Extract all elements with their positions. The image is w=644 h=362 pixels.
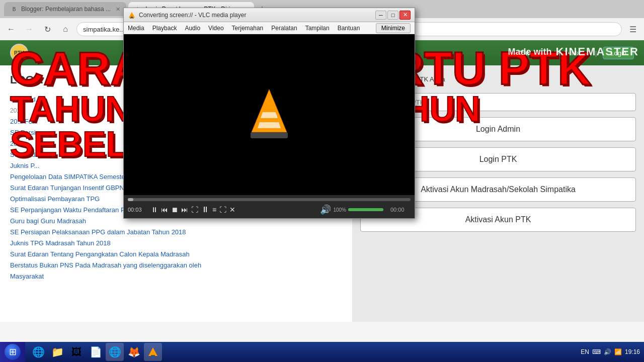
taskbar-apps: 🌐 📁 🖼 📄 🌐 🦊 (25, 343, 166, 361)
vlc-progress-bar[interactable] (128, 198, 411, 201)
vlc-prev-btn[interactable]: ⏮ (161, 206, 168, 213)
vlc-menu-video[interactable]: Video (208, 25, 223, 32)
back-button[interactable]: ← (4, 22, 18, 36)
keyboard-icon: ⌨ (592, 348, 601, 355)
forward-button[interactable]: → (22, 22, 36, 36)
vlc-controls-row: 00:03 ⏸ ⏮ ⏹ ⏭ ⛶ ⏸ ≡ ⛶ ✕ 🔊 100% 00:00 (128, 204, 411, 215)
vlc-menubar: Media Playback Audio Video Terjemahan Pe… (124, 22, 415, 34)
list-item: Juknis TPG Madrasah Tahun 2018 (10, 238, 342, 247)
vlc-video-area (124, 34, 415, 195)
tab-blogger[interactable]: B Blogger: Pembelajaran bahasa ... ✕ (4, 2, 126, 16)
vlc-icon (128, 11, 136, 19)
reload-button[interactable]: ↻ (40, 22, 54, 36)
tab-close-blogger[interactable]: ✕ (116, 6, 120, 13)
vlc-win-buttons: ─ □ ✕ (375, 11, 411, 20)
vlc-volume-fill (348, 208, 383, 211)
volume-icon: 🔊 (604, 348, 611, 355)
taskbar-app-word[interactable]: 📄 (87, 343, 105, 361)
taskbar-app-folder[interactable]: 📁 (48, 343, 66, 361)
start-orb: ⊞ (5, 344, 21, 360)
vlc-speaker-icon: 🔊 (320, 204, 331, 215)
taskbar-app-firefox[interactable]: 🦊 (125, 343, 143, 361)
vlc-play-pause-btn[interactable]: ⏸ (151, 206, 158, 213)
vlc-menu-audio[interactable]: Audio (185, 25, 200, 32)
list-item: SE Persiapan Pelaksanaan PPG dalam Jabat… (10, 227, 342, 236)
vlc-volume-pct: 100% (333, 207, 346, 213)
svg-rect-2 (130, 18, 134, 19)
svg-rect-8 (151, 355, 155, 356)
vlc-menu-peralatan[interactable]: Peralatan (271, 25, 297, 32)
site-logo-circle: PTK (10, 44, 28, 62)
word-icon: 📄 (90, 346, 102, 358)
vlc-volume-bar[interactable] (348, 208, 383, 211)
firefox-icon: 🦊 (128, 346, 140, 358)
vlc-menu-tampilan[interactable]: Tampilan (305, 25, 330, 32)
taskbar-app-chrome[interactable]: 🌐 (106, 343, 124, 361)
menu-button[interactable]: ☰ (626, 22, 640, 36)
link-se-persiapan[interactable]: SE Persiapan Pelaksanaan PPG dalam Jabat… (10, 228, 186, 236)
vlc-progress-fill (128, 198, 133, 201)
svg-marker-4 (261, 112, 278, 118)
vlc-controls: 00:03 ⏸ ⏮ ⏹ ⏭ ⛶ ⏸ ≡ ⛶ ✕ 🔊 100% 00:00 (124, 195, 415, 218)
vlc-minimize-button[interactable]: Minimize (376, 23, 411, 33)
vlc-taskbar-icon (147, 346, 158, 357)
vlc-cone-svg (247, 87, 292, 142)
taskbar-time: 19:16 (625, 348, 640, 355)
svg-marker-5 (258, 122, 281, 128)
lang-indicator: EN (581, 348, 589, 355)
vlc-ext-btn[interactable]: ⛶ (219, 206, 226, 213)
vlc-next-btn[interactable]: ⏭ (181, 206, 188, 213)
svg-rect-6 (251, 132, 288, 138)
windows-icon: ⊞ (9, 346, 17, 357)
vlc-time-total: 00:00 (390, 207, 411, 213)
kinemaster-brand: KINEMASTER (556, 45, 639, 58)
network-icon: 📶 (614, 348, 622, 355)
list-item: Berstatus Bukan PNS Pada Madrasah yang d… (10, 260, 342, 269)
taskbar-icons: EN ⌨ 🔊 📶 (581, 348, 622, 355)
vlc-stop-btn[interactable]: ⏹ (171, 206, 178, 213)
vlc-menu-playback[interactable]: Playback (152, 25, 177, 32)
vlc-menu-bantuan[interactable]: Bantuan (338, 25, 360, 32)
vlc-minimize-btn[interactable]: ─ (375, 11, 386, 20)
ie-icon: 🌐 (32, 346, 45, 358)
link-fo[interactable]: 20... Fo... (10, 118, 38, 125)
vlc-menu-terjemahan[interactable]: Terjemahan (232, 25, 264, 32)
vlc-window: Converting screen:// - VLC media player … (123, 8, 415, 219)
link-surat-ed[interactable]: Surat Ed... (10, 96, 41, 103)
link-juknis-tpg[interactable]: Juknis TPG Madrasah Tahun 2018 (10, 239, 111, 247)
taskbar-right: EN ⌨ 🔊 📶 19:16 (577, 348, 644, 355)
link-juknis[interactable]: Juknis P... (10, 162, 39, 169)
link-surat-ed2[interactable]: Surat Ed... (10, 151, 41, 158)
kinemaster-text: Made with (508, 47, 552, 57)
site-logo: PTK (10, 44, 28, 62)
link-surat-kepala[interactable]: Surat Edaran Tentang Pengangkatan Calon … (10, 250, 190, 258)
vlc-maximize-btn[interactable]: □ (387, 11, 398, 20)
taskbar-app-photo[interactable]: 🖼 (67, 343, 86, 361)
link-optimalisasi[interactable]: Optimalisasi Pembayaran TPG (10, 195, 100, 203)
list-item: Masyarakat (10, 272, 342, 281)
link-se-persi[interactable]: SE Persi... (10, 129, 41, 136)
svg-rect-1 (131, 17, 133, 18)
link-guru[interactable]: Guru bagi Guru Madrasah (10, 217, 86, 225)
vlc-menu-media[interactable]: Media (128, 25, 144, 32)
vlc-fullscreen-btn[interactable]: ⛶ (191, 206, 198, 213)
photo-icon: 🖼 (71, 346, 82, 358)
home-button[interactable]: ⌂ (58, 22, 72, 36)
vlc-time-current: 00:03 (128, 207, 148, 213)
vlc-playlist-btn[interactable]: ≡ (212, 206, 216, 213)
taskbar-app-vlc[interactable] (144, 343, 162, 361)
start-button[interactable]: ⊞ (0, 342, 25, 362)
vlc-close2-btn[interactable]: ✕ (229, 206, 235, 213)
link-masyarakat[interactable]: Masyarakat (10, 273, 44, 280)
link-2019[interactable]: 2019 (10, 140, 25, 147)
vlc-record-btn[interactable]: ⏸ (201, 206, 209, 214)
tab-label-blogger: Blogger: Pembelajaran bahasa ... (21, 6, 111, 13)
vlc-close-btn[interactable]: ✕ (399, 11, 411, 20)
vlc-volume-area: 🔊 100% (320, 204, 383, 215)
tab-favicon-blogger: B (10, 5, 18, 13)
link-berstatus[interactable]: Berstatus Bukan PNS Pada Madrasah yang d… (10, 261, 201, 269)
list-item: Surat Edaran Tentang Pengangkatan Calon … (10, 249, 342, 258)
address-text: simpatika.ke... (83, 26, 125, 33)
taskbar-app-ie[interactable]: 🌐 (29, 343, 47, 361)
chrome-icon: 🌐 (109, 346, 121, 358)
